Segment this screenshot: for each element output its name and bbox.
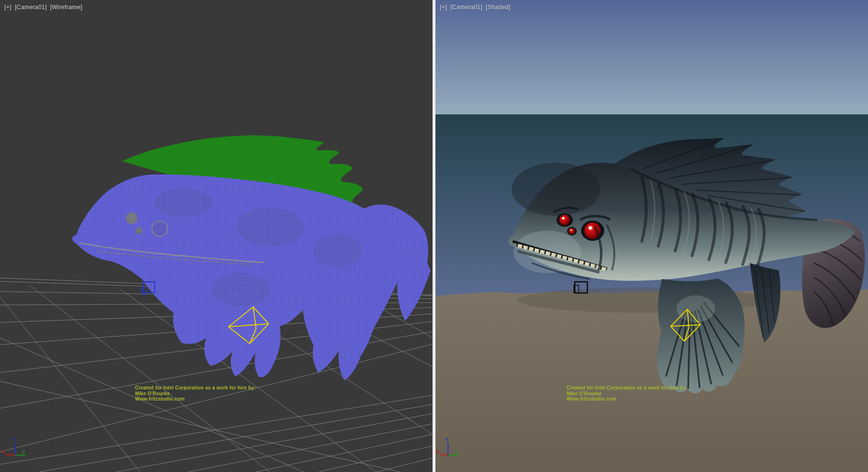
viewport-menu-shading[interactable]: [Shaded] [486, 4, 510, 11]
fish-model-wireframe[interactable] [72, 136, 431, 380]
red-eye-small [569, 228, 575, 235]
eye-specular [570, 230, 572, 231]
watermark-line: Www.fritzstudio.com [567, 396, 687, 402]
viewport-label-wireframe: [+] [Camera01] [Wireframe] [4, 4, 83, 11]
artist-watermark: Created for Intel Corporation as a work … [567, 385, 687, 402]
wire-eye-icon [126, 212, 137, 224]
ground-terrain [435, 289, 868, 472]
axis-z-label: z [446, 436, 448, 442]
artist-watermark: Created for Intel Corporation as a work … [135, 385, 256, 402]
eye-specular [589, 226, 592, 230]
eye-specular [562, 217, 565, 220]
watermark-line: Created for Intel Corporation as a work … [135, 385, 256, 391]
viewport-shaded[interactable]: x z y [+] [Camera01] [Shaded] Created fo… [435, 0, 868, 472]
world-axis-tripod: x z y [2, 436, 26, 456]
viewport-menu-expand[interactable]: [+] [440, 4, 447, 11]
knee-highlight [677, 295, 715, 322]
viewport-menu-camera[interactable]: [Camera01] [450, 4, 483, 11]
viewport-label-shaded: [+] [Camera01] [Shaded] [440, 4, 512, 11]
viewport-menu-shading[interactable]: [Wireframe] [50, 4, 82, 11]
viewport-workspace: x z y [+] [Camera01] [Wireframe] Created… [0, 0, 868, 472]
axis-y-label: y [22, 449, 26, 455]
wire-eye-big-icon [152, 221, 167, 236]
axis-x-label: x [2, 448, 5, 454]
watermark-line: Mike O'Rourke [567, 391, 687, 397]
watermark-line: Mike O'Rourke [135, 391, 256, 397]
axis-z-label: z [13, 436, 16, 442]
watermark-line: Www.fritzstudio.com [135, 396, 256, 402]
watermark-line: Created for Intel Corporation as a work … [567, 385, 687, 391]
wire-eye-small-icon [136, 227, 142, 234]
axis-y-label: y [455, 449, 458, 455]
viewport-wireframe[interactable]: x z y [+] [Camera01] [Wireframe] Created… [0, 0, 433, 472]
viewport-menu-expand[interactable]: [+] [4, 4, 12, 11]
sky [435, 0, 868, 114]
red-eye-left [559, 215, 570, 225]
axis-x-label: x [436, 448, 440, 454]
viewport-menu-camera[interactable]: [Camera01] [15, 4, 47, 11]
head-shadow-shading [512, 163, 600, 216]
